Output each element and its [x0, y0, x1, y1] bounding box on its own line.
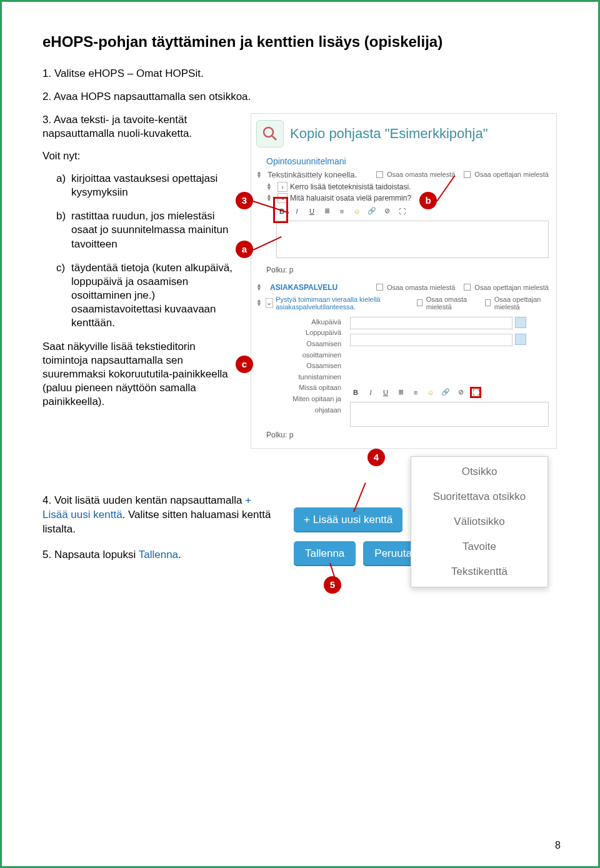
editor-note: Saat näkyville lisää tekstieditorin toim…	[42, 340, 239, 409]
number-list-button[interactable]: ≡	[410, 387, 421, 398]
callout-marker-4: 4	[368, 449, 385, 466]
menu-item-valiotsikko[interactable]: Väliotsikko	[411, 509, 548, 534]
calendar-icon[interactable]	[515, 334, 526, 345]
callout-marker-3: 3	[236, 192, 253, 209]
save-button[interactable]: Tallenna	[294, 541, 356, 566]
date-input-alku[interactable]	[350, 317, 512, 329]
step-3: 3. Avaa teksti- ja tavoite-kentät napsau…	[42, 113, 239, 141]
label-missa: Missä opitaan	[266, 382, 341, 394]
magnifier-icon	[256, 120, 284, 147]
item-c-text: täydentää tietoja (kuten alkupäivä, lopp…	[71, 261, 239, 330]
fullscreen-button[interactable]: ⛶	[470, 387, 481, 398]
link-button[interactable]: 🔗	[366, 206, 378, 217]
goal-text-1: Kerro lisää tietoteknisistä taidoistasi.	[290, 182, 411, 191]
path-indicator: Polku: p	[255, 263, 552, 277]
link-button[interactable]: 🔗	[440, 387, 451, 398]
menu-item-tavoite[interactable]: Tavoite	[411, 534, 548, 559]
drag-handle-icon[interactable]: ▲▼	[256, 299, 263, 306]
menu-item-otsikko[interactable]: Otsikko	[411, 459, 548, 484]
bullet-list-button[interactable]: ≣	[395, 387, 406, 398]
callout-marker-b: b	[419, 192, 437, 209]
checkbox-own[interactable]	[417, 299, 422, 306]
underline-button[interactable]: U	[380, 387, 391, 398]
checkbox-own[interactable]	[376, 171, 383, 178]
svg-point-0	[264, 127, 273, 137]
label-alkupaiva: Alkupäivä	[266, 317, 341, 328]
menu-item-suoritettava[interactable]: Suoritettava otsikko	[411, 484, 548, 509]
list-marker-a: a)	[56, 172, 71, 199]
callout-marker-c: c	[236, 356, 253, 373]
collapse-button[interactable]: ⌄	[266, 298, 274, 308]
unlink-button[interactable]: ⊘	[455, 387, 466, 398]
drag-handle-icon[interactable]: ▲▼	[256, 284, 265, 291]
step-2: 2. Avaa HOPS napsauttamalla sen otsikkoa…	[42, 90, 561, 104]
checkbox-teacher[interactable]	[464, 171, 471, 178]
path-indicator-2: Polku: p	[255, 427, 552, 442]
italic-button[interactable]: I	[365, 387, 376, 398]
list-marker-b: b)	[56, 209, 71, 251]
menu-item-tekstikentta[interactable]: Tekstikenttä	[411, 559, 548, 584]
callout-marker-a: a	[236, 241, 253, 258]
item-b-text: rastittaa ruudun, jos mielestäsi osaat j…	[71, 209, 239, 251]
emoji-button[interactable]: ☺	[351, 206, 362, 217]
editor-toolbar: B I U ≣ ≡ ☺ 🔗 ⊘ ⛶	[255, 206, 552, 217]
italic-button[interactable]: I	[291, 206, 302, 217]
field-label: Tekstinkäsittely koneella.	[268, 170, 357, 179]
form-title: Kopio pohjasta "Esimerkkipohja"	[290, 126, 488, 142]
page-title: eHOPS-pohjan täyttäminen ja kenttien lis…	[42, 33, 561, 51]
screenshot-ehops-form: Kopio pohjasta "Esimerkkipohja" Opintosu…	[251, 113, 557, 449]
text-editor-area[interactable]	[350, 402, 549, 427]
lead-text: Voit nyt:	[42, 149, 239, 163]
svg-line-1	[272, 136, 276, 140]
callout-marker-5: 5	[324, 576, 341, 594]
bold-button[interactable]: B	[350, 387, 361, 398]
list-marker-c: c)	[56, 261, 71, 330]
emoji-button[interactable]: ☺	[425, 387, 436, 398]
label-miten: Miten opitaan ja ohjataan	[266, 394, 341, 416]
underline-button[interactable]: U	[306, 206, 318, 217]
checkbox-teacher-label: Osaa opettajan mielestä	[474, 171, 549, 178]
checkbox-own-label: Osaa omasta mielestä	[387, 171, 455, 178]
calendar-icon[interactable]	[515, 317, 526, 328]
add-field-button[interactable]: + Lisää uusi kenttä	[294, 507, 402, 532]
section-asiakaspalvelu: ASIAKASPALVELU	[270, 283, 338, 292]
step-1: 1. Valitse eHOPS – Omat HOPSit.	[42, 67, 561, 81]
drag-handle-icon[interactable]: ▲▼	[266, 183, 275, 190]
field-type-menu: Otsikko Suoritettava otsikko Väliotsikko…	[411, 456, 548, 587]
expand-button[interactable]: ›	[278, 182, 288, 192]
checkbox-teacher[interactable]	[485, 299, 491, 306]
step-5: 5. Napsauta lopuksi Tallenna.	[42, 548, 274, 562]
drag-handle-icon[interactable]: ▲▼	[256, 171, 265, 178]
bullet-list-button[interactable]: ≣	[321, 206, 332, 217]
step-4: 4. Voit lisätä uuden kentän napsauttamal…	[42, 494, 274, 537]
checkbox-own[interactable]	[376, 284, 383, 291]
label-loppupaiva: Loppupäivä	[266, 327, 341, 339]
section-opintosuunnitelmani: Opintosuunnitelmani	[255, 154, 552, 167]
unlink-button[interactable]: ⊘	[381, 206, 392, 217]
label-tunnistaminen: Osaamisen tunnistaminen	[266, 361, 341, 382]
goal-asiakas: Pystyä toimimaan vieraalla kielellä asia…	[276, 296, 417, 311]
fullscreen-button[interactable]: ⛶	[396, 206, 408, 217]
link-save: Tallenna	[139, 549, 178, 561]
item-a-text: kirjoittaa vastauksesi opettajasi kysymy…	[71, 172, 239, 199]
checkbox-teacher[interactable]	[464, 284, 471, 291]
number-list-button[interactable]: ≡	[336, 206, 348, 217]
goal-text-2: Mitä haluaisit osata vielä paremmin?	[290, 194, 411, 202]
text-editor-area[interactable]	[276, 221, 549, 258]
date-input-loppu[interactable]	[350, 334, 512, 346]
label-osoittaminen: Osaamisen osoittaminen	[266, 339, 341, 361]
page-number: 8	[555, 840, 561, 851]
